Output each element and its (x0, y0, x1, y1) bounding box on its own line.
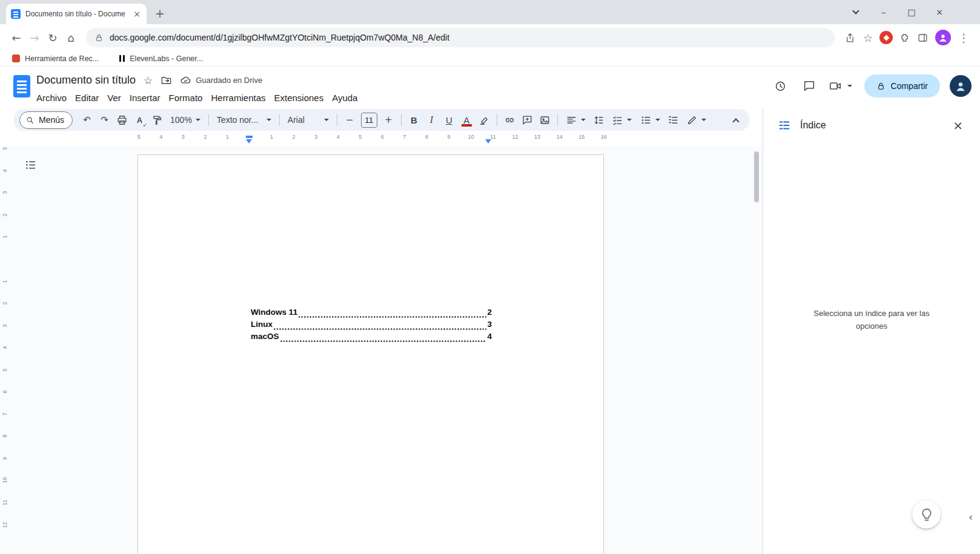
bulleted-list-select[interactable] (637, 112, 664, 128)
chevron-down-icon (581, 119, 586, 121)
home-button[interactable]: ⌂ (62, 28, 80, 47)
decrease-font-size-button[interactable]: − (342, 112, 358, 128)
window-controls: – □ × (842, 0, 980, 24)
share-button[interactable]: Compartir (864, 74, 940, 97)
window-minimize-button[interactable]: – (870, 0, 898, 24)
browser-tab[interactable]: Documento sin título - Docume × (6, 4, 147, 24)
menu-item[interactable]: Extensiones (270, 90, 328, 105)
menu-item[interactable]: Formato (165, 90, 207, 105)
tab-close-icon[interactable]: × (132, 9, 142, 19)
window-maximize-button[interactable]: □ (898, 0, 925, 24)
bookmark-item[interactable]: Herramienta de Rec... (12, 54, 99, 63)
menu-item[interactable]: Ver (103, 90, 125, 105)
adblock-extension-icon[interactable] (879, 31, 893, 44)
document-page[interactable]: Windows 11 2 Linux 3 macOS 4 (137, 154, 604, 554)
profile-avatar[interactable] (935, 30, 951, 45)
share-icon[interactable] (841, 28, 859, 47)
ruler-number: 2 (2, 213, 8, 216)
chrome-menu-icon[interactable]: ⋮ (955, 28, 973, 47)
chevron-down-icon (655, 119, 660, 121)
google-docs-logo-icon[interactable] (13, 75, 30, 97)
collapse-panel-chevron[interactable]: ‹ (968, 510, 973, 523)
toc-entry[interactable]: Windows 11 2 (251, 308, 492, 320)
search-menus-button[interactable]: Menús (19, 111, 73, 129)
menu-item[interactable]: Editar (71, 90, 103, 105)
bold-button[interactable]: B (406, 112, 422, 128)
star-document-icon[interactable]: ☆ (144, 74, 153, 87)
toc-entry-page: 3 (487, 320, 492, 329)
underline-button[interactable]: U (441, 112, 457, 128)
ruler-number: 10 (2, 477, 8, 483)
highlight-color-button[interactable] (476, 112, 492, 128)
ruler-number: 1 (2, 236, 8, 239)
align-select[interactable] (562, 112, 589, 128)
toc-leader-dots (298, 315, 486, 318)
forward-button[interactable]: → (25, 28, 44, 47)
ruler-number: 16 (592, 134, 615, 140)
collapse-toolbar-button[interactable] (727, 112, 744, 128)
meet-call-button[interactable] (826, 79, 855, 93)
font-select[interactable]: Arial (284, 112, 333, 128)
move-folder-icon[interactable] (161, 74, 172, 86)
text-color-button[interactable]: A (459, 112, 475, 128)
font-size-input[interactable]: 11 (361, 113, 377, 128)
vertical-scrollbar[interactable] (754, 150, 760, 550)
insert-link-button[interactable] (502, 112, 518, 128)
toc-entry-label: Windows 11 (251, 308, 297, 317)
reload-button[interactable]: ↻ (44, 28, 62, 47)
toc-entry[interactable]: Linux 3 (251, 320, 492, 332)
extensions-puzzle-icon[interactable] (895, 28, 913, 47)
tab-search-chevron-icon[interactable] (842, 0, 870, 24)
divider (557, 114, 558, 126)
document-outline-button[interactable] (22, 156, 39, 173)
insert-comment-button[interactable] (519, 112, 535, 128)
index-panel-close-button[interactable]: × (950, 118, 965, 133)
address-bar[interactable]: docs.google.com/document/d/1gjzilbgOHfwM… (86, 28, 835, 47)
scrollbar-thumb[interactable] (754, 151, 759, 202)
ruler-number: 15 (571, 134, 593, 140)
spellcheck-button[interactable]: A✓ (131, 112, 148, 128)
document-canvas[interactable]: 54321123456789101112 Windows 11 2 Linux (0, 147, 763, 554)
left-indent-marker[interactable] (246, 139, 252, 143)
line-spacing-button[interactable] (591, 112, 607, 128)
toc-entry[interactable]: macOS 4 (251, 332, 492, 344)
menu-item[interactable]: Archivo (32, 90, 71, 105)
explore-button[interactable] (912, 500, 941, 529)
bookmark-label: Herramienta de Rec... (25, 54, 99, 63)
bookmark-star-icon[interactable]: ☆ (859, 28, 877, 47)
redo-button[interactable]: ↷ (96, 112, 113, 128)
ruler-number: 12 (504, 134, 526, 140)
save-status[interactable]: Guardado en Drive (180, 74, 262, 86)
menu-item[interactable]: Ayuda (328, 90, 362, 105)
table-of-contents[interactable]: Windows 11 2 Linux 3 macOS 4 (251, 308, 492, 344)
horizontal-ruler[interactable]: 5432112345678910111213141516 (0, 132, 763, 147)
back-button[interactable]: ← (7, 28, 25, 47)
insert-image-button[interactable] (537, 112, 553, 128)
side-panel-icon[interactable] (913, 28, 932, 47)
menu-item[interactable]: Insertar (125, 90, 165, 105)
account-avatar[interactable] (950, 75, 972, 97)
paragraph-style-select[interactable]: Texto nor... (213, 112, 275, 128)
ruler-number: 12 (2, 522, 8, 528)
zoom-select[interactable]: 100% (167, 112, 204, 128)
comments-icon[interactable] (797, 74, 821, 98)
ruler-number: 13 (526, 134, 549, 140)
right-indent-marker[interactable] (485, 139, 491, 143)
numbered-list-button[interactable] (665, 112, 681, 128)
undo-button[interactable]: ↶ (79, 112, 95, 128)
ruler-number: 4 (2, 169, 8, 172)
italic-button[interactable]: I (423, 112, 440, 128)
increase-font-size-button[interactable]: + (380, 112, 397, 128)
new-tab-button[interactable]: + (151, 5, 168, 22)
menu-item[interactable]: Herramientas (207, 90, 270, 105)
bookmark-item[interactable]: ElevenLabs - Gener... (119, 54, 203, 63)
index-panel: Índice × Selecciona un índice para ver l… (763, 108, 980, 554)
pen-format-select[interactable] (683, 112, 710, 128)
ruler-number: 10 (460, 134, 482, 140)
version-history-icon[interactable] (768, 74, 792, 98)
paint-format-button[interactable] (149, 112, 165, 128)
window-close-button[interactable]: × (925, 0, 953, 24)
checklist-select[interactable] (608, 112, 635, 128)
print-button[interactable] (114, 112, 130, 128)
document-title[interactable]: Documento sin título (36, 74, 136, 87)
